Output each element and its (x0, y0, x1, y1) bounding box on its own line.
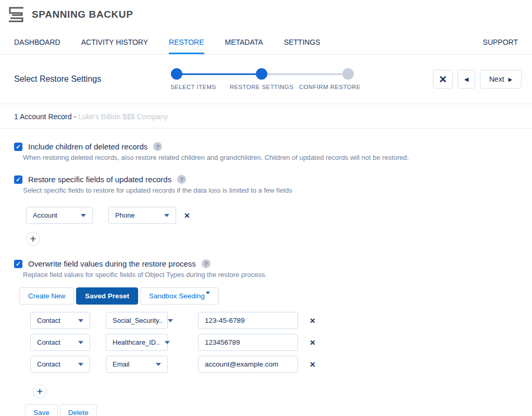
object-select[interactable]: Contact (30, 356, 90, 373)
record-name: Luke's Billion $$$ Company (78, 112, 168, 121)
close-icon: ✕ (439, 73, 447, 85)
chevron-down-icon (78, 341, 83, 344)
create-new-tab[interactable]: Create New (19, 287, 74, 305)
main-nav: DASHBOARD ACTIVITY HISTORY RESTORE METAD… (0, 31, 532, 55)
overwrite-row: Contact Email ✕ (30, 356, 518, 373)
remove-row-icon[interactable]: ✕ (310, 360, 316, 369)
overwrite-row: Contact Social_Security.. ✕ (30, 312, 518, 329)
field-select-value: Healthcare_ID.. (113, 338, 159, 346)
chevron-down-icon (165, 341, 170, 344)
chevron-down-icon (206, 292, 210, 294)
sandbox-seeding-tab-label: Sandbox Seeding (149, 292, 205, 300)
include-children-description: When restoring deleted records, also res… (23, 154, 518, 161)
record-count-label: 1 Account Record - (14, 112, 76, 121)
help-icon[interactable]: ? (202, 259, 211, 268)
chevron-down-icon (156, 363, 161, 366)
remove-row-icon[interactable]: ✕ (310, 338, 316, 347)
restore-fields-label: Restore specific fields of updated recor… (28, 175, 171, 184)
object-select-value: Contact (37, 317, 60, 324)
next-arrow-icon: ▶ (509, 77, 513, 82)
overwrite-value-input[interactable] (198, 334, 298, 351)
step-dot-select-items[interactable] (171, 68, 182, 80)
chevron-down-icon (164, 214, 169, 217)
remove-row-icon[interactable]: ✕ (310, 317, 316, 325)
nav-tab-dashboard[interactable]: DASHBOARD (14, 31, 60, 54)
back-arrow-icon: ◀ (464, 76, 468, 83)
nav-tab-restore[interactable]: RESTORE (169, 31, 204, 54)
delete-button-label: Delete (68, 409, 89, 416)
app-title: SPANNING BACKUP (32, 9, 133, 20)
step-label-select-items: SELECT ITEMS (170, 84, 216, 90)
field-select[interactable]: Healthcare_ID.. (106, 334, 168, 351)
wizard-bar: Select Restore Settings SELECT ITEMS RES… (0, 55, 532, 104)
page-title: Select Restore Settings (14, 74, 170, 84)
record-summary: 1 Account Record - Luke's Billion $$$ Co… (0, 104, 532, 129)
save-button-label: Save (33, 409, 50, 416)
sandbox-seeding-tab[interactable]: Sandbox Seeding (140, 287, 219, 305)
add-field-row-button[interactable]: + (26, 232, 40, 246)
back-button[interactable]: ◀ (457, 70, 475, 89)
delete-button[interactable]: Delete (60, 404, 97, 416)
step-dot-restore-settings[interactable] (256, 68, 267, 80)
app-header: SPANNING BACKUP (0, 0, 532, 26)
restore-fields-description: Select specific fields to restore for up… (23, 186, 518, 194)
help-icon[interactable]: ? (177, 175, 186, 184)
step-connector-complete (177, 73, 262, 75)
chevron-down-icon (168, 319, 173, 322)
object-select-value: Account (33, 211, 57, 219)
restore-field-row: Account Phone ✕ (26, 207, 518, 224)
step-label-confirm-restore: CONFIRM RESTORE (299, 84, 361, 90)
help-icon[interactable]: ? (153, 142, 162, 151)
overwrite-row: Contact Healthcare_ID.. ✕ (30, 334, 518, 351)
next-button-label: Next (489, 75, 504, 83)
progress-stepper: SELECT ITEMS RESTORE SETTINGS CONFIRM RE… (170, 68, 361, 95)
field-select[interactable]: Email (106, 356, 168, 373)
close-button[interactable]: ✕ (433, 70, 453, 89)
restore-fields-checkbox[interactable] (14, 175, 22, 184)
overwrite-value-input[interactable] (198, 312, 298, 329)
include-children-label: Include children of deleted records (28, 142, 147, 151)
step-dot-confirm-restore (342, 68, 354, 80)
field-select-value: Phone (115, 211, 135, 219)
preset-actions: Save Delete (25, 404, 518, 416)
step-label-restore-settings: RESTORE SETTINGS (230, 84, 293, 90)
field-select-value: Social_Security.. (113, 317, 163, 324)
create-new-tab-label: Create New (28, 292, 65, 300)
saved-preset-tab-label: Saved Preset (85, 292, 129, 300)
field-select[interactable]: Phone (108, 207, 176, 224)
remove-row-icon[interactable]: ✕ (184, 211, 190, 220)
overwrite-value-input[interactable] (198, 356, 298, 373)
wizard-controls: ✕ ◀ Next ▶ (433, 70, 522, 89)
include-children-checkbox[interactable] (14, 143, 22, 151)
add-overwrite-row-button[interactable]: + (33, 384, 47, 398)
object-select[interactable]: Contact (30, 312, 90, 329)
nav-tab-activity-history[interactable]: ACTIVITY HISTORY (81, 31, 148, 54)
object-select-value: Contact (37, 360, 60, 368)
plus-icon: + (30, 233, 36, 245)
chevron-down-icon (78, 319, 83, 322)
save-button[interactable]: Save (25, 404, 58, 416)
plus-icon: + (36, 385, 43, 397)
saved-preset-tab[interactable]: Saved Preset (76, 287, 138, 305)
overwrite-rows: Contact Social_Security.. ✕ Contact Heal… (30, 312, 518, 373)
overwrite-values-label: Overwrite field values during the restor… (28, 259, 196, 268)
object-select-value: Contact (37, 338, 60, 346)
chevron-down-icon (81, 214, 86, 217)
object-select[interactable]: Account (26, 207, 93, 224)
next-button[interactable]: Next ▶ (480, 70, 522, 89)
option-restore-fields: Restore specific fields of updated recor… (14, 175, 518, 246)
overwrite-values-checkbox[interactable] (14, 260, 22, 268)
field-select[interactable]: Social_Security.. (106, 312, 168, 329)
nav-tab-settings[interactable]: SETTINGS (284, 31, 320, 54)
nav-tab-support[interactable]: SUPPORT (483, 31, 518, 54)
step-connector-upcoming (262, 73, 348, 75)
preset-tabs: Create New Saved Preset Sandbox Seeding (19, 287, 518, 305)
nav-tab-metadata[interactable]: METADATA (225, 31, 263, 54)
spanning-logo-icon (7, 6, 25, 23)
field-select-value: Email (113, 360, 130, 368)
object-select[interactable]: Contact (30, 334, 90, 351)
chevron-down-icon (78, 363, 83, 366)
overwrite-values-description: Replace field values for specific fields… (23, 271, 518, 279)
option-include-children: Include children of deleted records ? Wh… (14, 142, 518, 161)
option-overwrite-values: Overwrite field values during the restor… (14, 259, 518, 416)
